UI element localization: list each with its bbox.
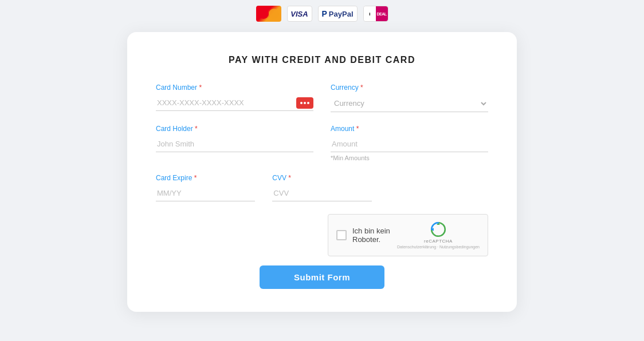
card-number-input[interactable] [156, 95, 313, 111]
card-number-group: Card Number * [156, 84, 313, 112]
paypal-icon: P PayPal [318, 6, 358, 22]
captcha-row: Ich bin kein Roboter. reCAPTCHA Datensch… [156, 214, 488, 256]
row-card-number-currency: Card Number * Currency * Cur [156, 84, 488, 112]
cvv-label: CVV * [272, 174, 371, 182]
submit-button[interactable]: Submit Form [260, 265, 384, 289]
mastercard-icon [256, 6, 281, 22]
card-form-container: PAY WITH CREDIT AND DEBIT CARD Card Numb… [127, 32, 517, 312]
captcha-links: Datenschutzerklärung · Nutzungsbedingung… [397, 245, 480, 249]
ideal-icon: i DEAL [363, 6, 388, 22]
captcha-label: Ich bin kein Roboter. [352, 227, 391, 244]
captcha-logo: reCAPTCHA Datenschutzerklärung · Nutzung… [397, 221, 480, 249]
cvv-group: CVV * [272, 174, 371, 201]
empty-group [389, 174, 488, 201]
cvv-input[interactable] [272, 185, 371, 201]
amount-input[interactable] [331, 136, 488, 152]
card-expire-input[interactable] [156, 185, 255, 201]
card-holder-input[interactable] [156, 136, 313, 152]
form-title: PAY WITH CREDIT AND DEBIT CARD [156, 55, 488, 65]
card-expire-group: Card Expire * [156, 174, 255, 201]
amount-label: Amount * [331, 125, 488, 133]
captcha-box: Ich bin kein Roboter. reCAPTCHA Datensch… [328, 214, 488, 256]
currency-label: Currency * [331, 84, 488, 92]
currency-select[interactable]: Currency EUR USD GBP [331, 95, 488, 112]
row-expire-cvv: Card Expire * CVV * [156, 174, 488, 201]
card-number-label: Card Number * [156, 84, 313, 92]
captcha-checkbox[interactable] [336, 230, 347, 240]
card-holder-group: Card Holder * [156, 125, 313, 161]
card-holder-label: Card Holder * [156, 125, 313, 133]
visa-icon: VISA [287, 6, 312, 22]
row-holder-amount: Card Holder * Amount * *Min Amounts [156, 125, 488, 161]
recaptcha-icon [430, 221, 446, 237]
recaptcha-brand: reCAPTCHA [424, 239, 453, 244]
card-type-badge [296, 97, 313, 109]
payment-icons-row: VISA P PayPal i DEAL [256, 6, 388, 22]
card-number-wrapper [156, 95, 313, 111]
submit-row: Submit Form [156, 265, 488, 289]
amount-group: Amount * *Min Amounts [331, 125, 488, 161]
min-amounts-note: *Min Amounts [331, 154, 488, 161]
card-expire-label: Card Expire * [156, 174, 255, 182]
currency-group: Currency * Currency EUR USD GBP [331, 84, 488, 112]
